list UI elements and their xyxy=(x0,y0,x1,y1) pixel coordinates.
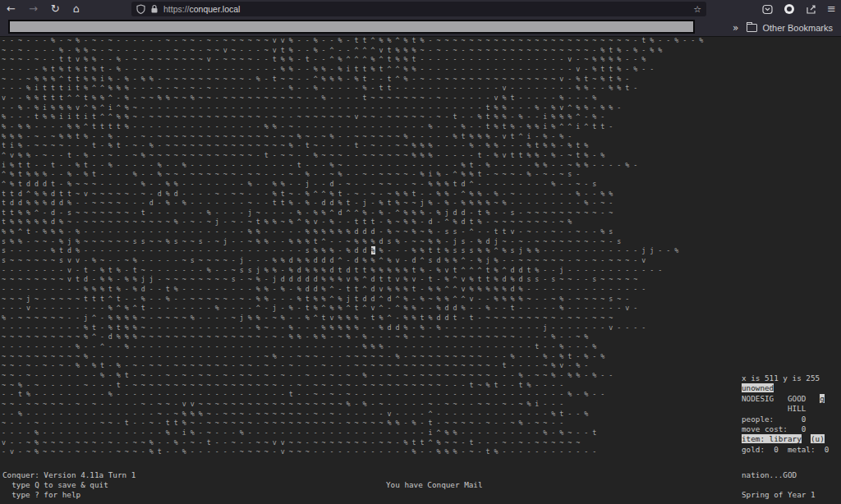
quit-hint: type Q to save & quit xyxy=(2,480,108,489)
account-icon[interactable] xyxy=(784,3,795,15)
pocket-icon[interactable] xyxy=(762,4,773,15)
url-scheme: https:// xyxy=(163,4,190,14)
other-bookmarks-button[interactable]: Other Bookmarks xyxy=(747,23,833,33)
ascii-map[interactable]: - - ~ - - - % - ~ % - ~ - ~ - - - - - - … xyxy=(2,36,736,457)
menu-icon[interactable]: ≡ xyxy=(827,0,836,18)
url-bar[interactable]: https://conquer.local ☆ xyxy=(131,2,706,16)
bookmarks-bar: » Other Bookmarks xyxy=(0,18,841,37)
forward-icon[interactable]: → xyxy=(29,0,38,18)
home-icon[interactable]: ⌂ xyxy=(73,0,80,18)
conquer-game-screen: - - ~ - - - % - ~ % - ~ - ~ - - - - - - … xyxy=(0,37,841,504)
sector-info-panel: x is 511 y is 255unownedNODESIG GOOD g H… xyxy=(742,373,829,455)
mail-notice: You have Conquer Mail xyxy=(386,480,483,490)
version-line: Conquer: Version 4.11a Turn 1 xyxy=(2,470,136,479)
folder-icon xyxy=(747,24,757,32)
reload-icon[interactable]: ↻ xyxy=(51,0,60,18)
share-icon[interactable] xyxy=(806,4,816,15)
shield-icon[interactable] xyxy=(136,4,145,14)
url-host: conquer.local xyxy=(190,4,241,14)
url-text: https://conquer.local xyxy=(163,4,240,14)
season-line: Spring of Year 1 xyxy=(742,490,816,500)
other-bookmarks-label: Other Bookmarks xyxy=(762,23,833,33)
back-icon[interactable]: ← xyxy=(7,0,16,18)
nation-line: nation...GOD xyxy=(742,470,797,480)
lock-icon xyxy=(150,4,159,14)
browser-toolbar: ← → ↻ ⌂ https://conquer.local ☆ ≡ xyxy=(0,0,841,18)
bookmarks-toolbar-bar[interactable] xyxy=(8,20,695,34)
map-cursor: % xyxy=(371,246,375,254)
bookmarks-overflow-icon[interactable]: » xyxy=(733,22,738,34)
version-block: Conquer: Version 4.11a Turn 1 type Q to … xyxy=(2,470,136,500)
help-hint: type ? for help xyxy=(2,490,80,499)
bookmark-star-icon[interactable]: ☆ xyxy=(693,4,701,15)
